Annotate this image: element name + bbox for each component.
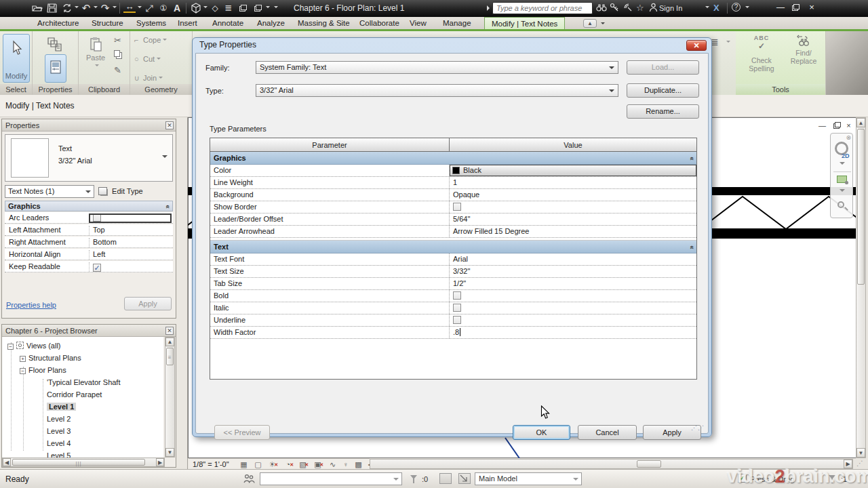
worksets-combo[interactable]	[260, 472, 402, 485]
vscroll-thumb[interactable]	[857, 129, 865, 285]
collapse-chevron-icon[interactable]: «	[163, 205, 172, 209]
visual-style-icon[interactable]: ☀✕	[267, 460, 277, 470]
ribbon-collapse-button[interactable]: ▲	[583, 19, 597, 28]
table-row-bold[interactable]: Bold	[210, 290, 696, 302]
tab-systems[interactable]: Systems	[130, 18, 172, 29]
hscroll-thumb[interactable]	[637, 460, 661, 468]
browser-vscroll-thumb[interactable]: ≡	[166, 348, 174, 365]
properties-button[interactable]	[45, 54, 66, 83]
tab-manage[interactable]: Manage	[437, 18, 477, 29]
scale-icon[interactable]: ▦	[239, 460, 249, 470]
tree-item-level-2[interactable]: Level 2	[47, 413, 71, 425]
editable-only-icon[interactable]	[410, 475, 417, 483]
find-replace-button[interactable]: Find/ Replace	[782, 34, 825, 65]
aligned-dimension-icon[interactable]: ⤢	[143, 2, 155, 14]
table-row-underline[interactable]: Underline	[210, 314, 696, 327]
width-factor-edit-cell[interactable]: .8	[450, 327, 696, 338]
tree-item-level-3[interactable]: Level 3	[47, 425, 71, 437]
help-dropdown-icon[interactable]	[745, 6, 749, 10]
browser-hscrollbar[interactable]: ◀ ||| ▶	[2, 458, 165, 467]
tree-item-structural-plans[interactable]: +Structural Plans	[20, 352, 81, 364]
zoom-region-icon[interactable]	[837, 176, 847, 183]
redo-dropdown-icon[interactable]	[113, 6, 117, 10]
properties-palette-header[interactable]: Properties ✕	[2, 119, 176, 131]
scroll-up-icon[interactable]: ▲	[165, 338, 174, 346]
default-3d-view-icon[interactable]	[190, 2, 202, 14]
collapse-icon[interactable]: −	[20, 368, 26, 374]
table-row-leader-border-offset[interactable]: Leader/Border Offset 5/64"	[210, 214, 696, 226]
match-type-brush-icon[interactable]: ✎	[114, 65, 121, 75]
property-row-right-attachment[interactable]: Right Attachment Bottom	[5, 237, 173, 248]
worksets-icon[interactable]	[243, 473, 255, 485]
tab-modify-text-notes-active[interactable]: Modify | Text Notes	[484, 17, 565, 29]
parameter-column-header[interactable]: Parameter	[210, 138, 450, 151]
customize-qat-icon[interactable]	[274, 6, 278, 10]
tab-structure[interactable]: Structure	[85, 18, 130, 29]
preview-toggle-button[interactable]: << Preview	[214, 425, 270, 440]
thin-lines-icon[interactable]: ≣	[222, 2, 235, 14]
type-properties-icon[interactable]	[46, 35, 64, 53]
collapse-chevron-icon[interactable]: «	[686, 157, 698, 161]
bold-checkbox[interactable]	[453, 291, 461, 300]
modify-button[interactable]: Modify	[3, 34, 30, 83]
scroll-down-icon[interactable]: ▼	[165, 448, 174, 457]
browser-close-icon[interactable]: ✕	[165, 327, 174, 335]
table-row-text-font[interactable]: Text Font Arial	[210, 253, 696, 266]
search-binoculars-icon[interactable]	[596, 3, 607, 14]
design-options-icon[interactable]	[439, 473, 452, 484]
type-combo[interactable]: 3/32" Arial	[256, 84, 618, 97]
switch-windows-dropdown-icon[interactable]	[266, 6, 270, 10]
italic-checkbox[interactable]	[453, 304, 461, 312]
tree-item-floor-plans[interactable]: −Floor Plans	[20, 364, 66, 376]
ribbon-collapse-dropdown-icon[interactable]	[601, 22, 605, 26]
help-icon[interactable]: ?	[732, 3, 741, 14]
minimize-button[interactable]: —	[775, 3, 786, 13]
tools-panel-label[interactable]: Tools	[736, 84, 825, 95]
3d-view-dropdown-icon[interactable]	[203, 6, 208, 10]
load-button[interactable]: Load...	[627, 60, 699, 75]
table-row-tab-size[interactable]: Tab Size 1/2"	[210, 278, 696, 290]
subscription-key-icon[interactable]	[610, 3, 619, 14]
graphics-section-header[interactable]: Graphics«	[5, 201, 173, 211]
property-row-left-attachment[interactable]: Left Attachment Top	[5, 224, 173, 236]
keep-readable-checkbox[interactable]	[93, 264, 101, 272]
redo-icon[interactable]: ↷	[99, 2, 111, 14]
tab-analyze[interactable]: Analyze	[251, 18, 291, 29]
sign-in-dropdown-icon[interactable]	[705, 6, 709, 10]
close-hidden-windows-icon[interactable]	[237, 2, 250, 14]
clipboard-panel-label[interactable]: Clipboard	[79, 84, 130, 95]
tab-insert[interactable]: Insert	[172, 18, 203, 29]
exchange-apps-icon[interactable]: X	[713, 3, 719, 14]
communication-center-icon[interactable]	[623, 3, 633, 14]
analytical-model-icon[interactable]: ▩	[353, 460, 363, 470]
properties-panel-label[interactable]: Properties	[33, 84, 78, 95]
scroll-up-icon[interactable]: ▲	[856, 118, 865, 127]
reveal-hidden-icon[interactable]: ♀	[340, 460, 351, 470]
sign-in-person-icon[interactable]	[649, 3, 658, 14]
dialog-close-button[interactable]: ✕	[686, 40, 707, 51]
sign-in-label[interactable]: Sign In	[659, 4, 682, 12]
scroll-down-icon[interactable]: ▼	[856, 448, 865, 458]
table-row-color[interactable]: Color Black	[210, 165, 696, 177]
edit-type-button[interactable]: Edit Type	[98, 185, 173, 198]
value-column-header[interactable]: Value	[450, 138, 696, 151]
property-row-keep-readable[interactable]: Keep Readable	[5, 261, 173, 272]
show-border-chec​kbox[interactable]	[453, 203, 461, 211]
select-panel-label[interactable]: Select	[0, 84, 32, 95]
ok-button[interactable]: OK	[513, 425, 570, 440]
tree-item-level-4[interactable]: Level 4	[47, 437, 71, 449]
canvas-vscrollbar[interactable]: ▲ ▼	[856, 117, 866, 458]
join-item[interactable]: ∪Join	[134, 74, 163, 83]
wheel-dropdown-icon[interactable]	[840, 162, 845, 167]
dialog-resize-grip[interactable]: ⋰⋰	[691, 424, 705, 431]
restore-button[interactable]	[791, 3, 802, 13]
scroll-right-icon[interactable]: ▶	[156, 458, 164, 466]
duplicate-button[interactable]: Duplicate...	[627, 83, 699, 98]
palette-close-icon[interactable]: ✕	[165, 121, 174, 129]
property-row-horizontal-align[interactable]: Horizontal Align Left	[5, 249, 173, 260]
geometry-panel-label[interactable]: Geometry	[130, 84, 192, 95]
design-options-combo[interactable]: Main Model	[475, 472, 582, 485]
collapse-chevron-icon[interactable]: «	[686, 245, 698, 249]
family-combo[interactable]: System Family: Text	[256, 61, 618, 74]
sync-dropdown-icon[interactable]	[75, 6, 79, 10]
